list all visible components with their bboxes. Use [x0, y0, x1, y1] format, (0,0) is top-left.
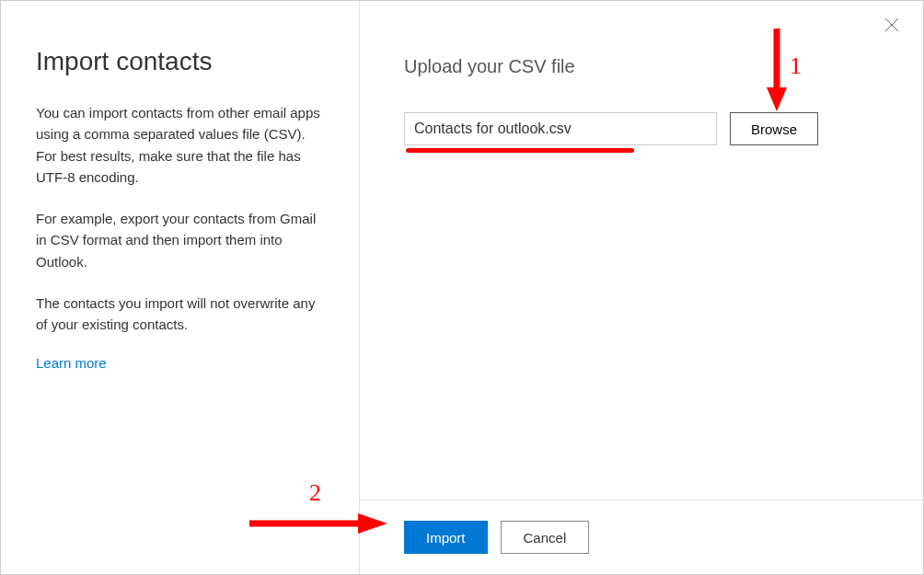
annotation-label-1: 1 — [790, 52, 802, 80]
description-paragraph-3: The contacts you import will not overwri… — [36, 293, 324, 336]
cancel-button[interactable]: Cancel — [501, 521, 590, 554]
upload-label: Upload your CSV file — [404, 56, 879, 77]
page-title: Import contacts — [36, 47, 324, 76]
close-button[interactable] — [881, 14, 903, 36]
annotation-label-2: 2 — [309, 479, 321, 507]
file-input[interactable] — [404, 112, 717, 145]
description-paragraph-2: For example, export your contacts from G… — [36, 208, 324, 272]
footer: Import Cancel — [360, 500, 923, 574]
close-icon — [884, 17, 899, 32]
sidebar: Import contacts You can import contacts … — [1, 1, 360, 574]
upload-row: Browse — [404, 112, 879, 145]
browse-button[interactable]: Browse — [730, 112, 818, 145]
learn-more-link[interactable]: Learn more — [36, 355, 107, 371]
main-panel: Upload your CSV file Browse Import Cance… — [360, 1, 923, 574]
description-paragraph-1: You can import contacts from other email… — [36, 102, 324, 188]
import-button[interactable]: Import — [404, 521, 488, 554]
annotation-underline — [406, 148, 634, 153]
